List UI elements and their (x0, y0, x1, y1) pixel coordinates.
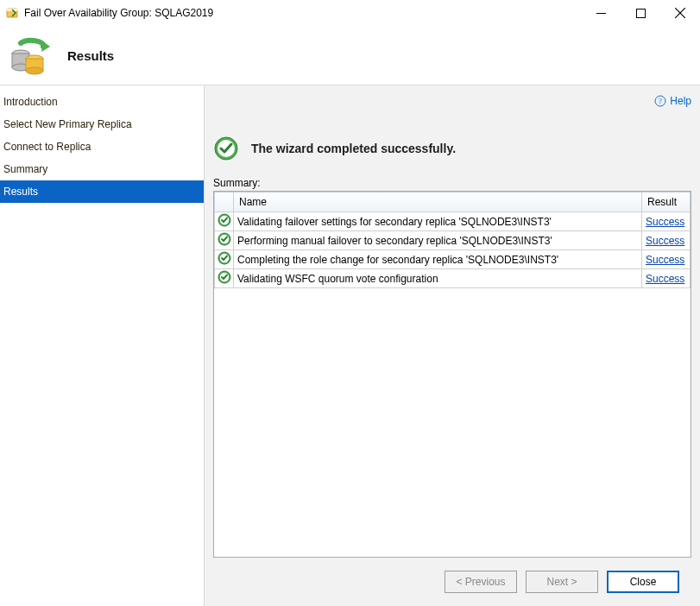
sidebar-item-results[interactable]: Results (0, 180, 204, 203)
summary-label: Summary: (213, 177, 691, 189)
row-result[interactable]: Success (642, 269, 691, 288)
table-row: Validating WSFC quorum vote configuratio… (215, 269, 691, 288)
row-result[interactable]: Success (642, 231, 691, 250)
row-result[interactable]: Success (642, 212, 691, 231)
column-header-icon (215, 193, 234, 212)
row-result[interactable]: Success (642, 250, 691, 269)
sidebar-item-connect-replica[interactable]: Connect to Replica (0, 136, 204, 158)
page-title: Results (67, 48, 114, 63)
check-icon (215, 231, 234, 250)
table-row: Performing manual failover to secondary … (215, 231, 691, 250)
sidebar-item-select-replica[interactable]: Select New Primary Replica (0, 113, 204, 136)
column-header-name[interactable]: Name (234, 193, 642, 212)
table-row: Validating failover settings for seconda… (215, 212, 691, 231)
close-button[interactable]: Close (607, 571, 679, 593)
title-bar: Fail Over Availability Group: SQLAG2019 (0, 0, 700, 26)
svg-text:?: ? (659, 97, 662, 105)
wizard-sidebar: Introduction Select New Primary Replica … (0, 85, 204, 606)
table-row: Completing the role change for secondary… (215, 250, 691, 269)
svg-rect-3 (636, 9, 645, 17)
help-link[interactable]: Help (670, 95, 691, 107)
header-band: Results (0, 26, 700, 85)
row-name: Completing the role change for secondary… (234, 250, 642, 269)
help-icon[interactable]: ? (654, 95, 666, 107)
success-icon (213, 136, 239, 161)
maximize-button[interactable] (621, 0, 660, 26)
sidebar-item-summary[interactable]: Summary (0, 158, 204, 180)
row-name: Validating WSFC quorum vote configuratio… (234, 269, 642, 288)
row-name: Validating failover settings for seconda… (234, 212, 642, 231)
next-button: Next > (526, 571, 598, 593)
results-grid: Name Result Validating failover settings… (213, 191, 691, 558)
button-row: < Previous Next > Close (213, 558, 691, 606)
svg-point-12 (26, 67, 43, 74)
close-window-button[interactable] (660, 0, 700, 26)
wizard-header-icon (9, 35, 50, 76)
app-icon (5, 6, 19, 20)
minimize-button[interactable] (581, 0, 621, 26)
check-icon (215, 212, 234, 231)
status-message: The wizard completed successfully. (251, 142, 456, 155)
column-header-result[interactable]: Result (642, 193, 691, 212)
previous-button: < Previous (445, 571, 517, 593)
window-title: Fail Over Availability Group: SQLAG2019 (24, 7, 213, 19)
content-panel: ? Help The wizard completed successfully… (204, 85, 700, 606)
check-icon (215, 250, 234, 269)
row-name: Performing manual failover to secondary … (234, 231, 642, 250)
check-icon (215, 269, 234, 288)
sidebar-item-introduction[interactable]: Introduction (0, 91, 204, 113)
